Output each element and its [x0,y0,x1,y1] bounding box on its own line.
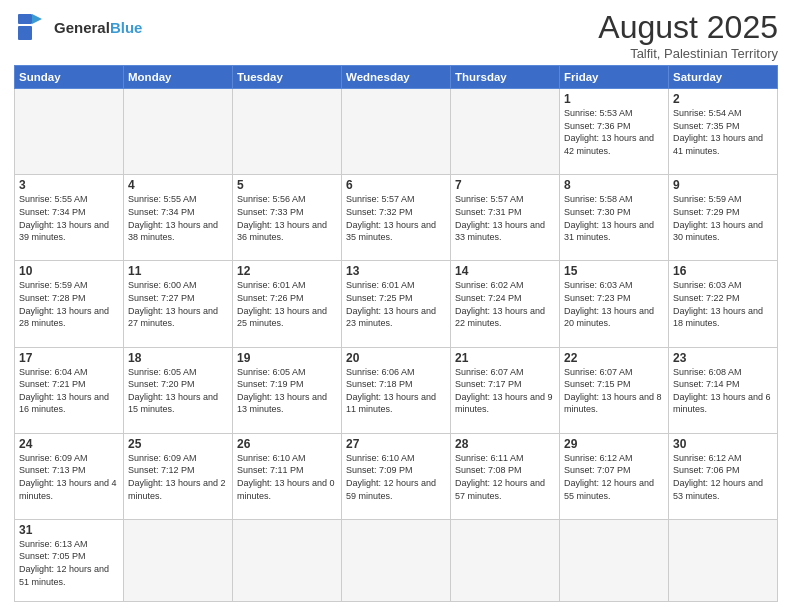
day-info: Sunrise: 5:59 AM Sunset: 7:28 PM Dayligh… [19,279,119,329]
day-number: 11 [128,264,228,278]
day-number: 24 [19,437,119,451]
col-friday: Friday [560,66,669,89]
title-block: August 2025 Talfit, Palestinian Territor… [598,10,778,61]
day-info: Sunrise: 6:07 AM Sunset: 7:17 PM Dayligh… [455,366,555,416]
day-info: Sunrise: 6:03 AM Sunset: 7:23 PM Dayligh… [564,279,664,329]
calendar-day-cell [342,519,451,601]
calendar-day-cell: 19Sunrise: 6:05 AM Sunset: 7:19 PM Dayli… [233,347,342,433]
day-info: Sunrise: 6:09 AM Sunset: 7:12 PM Dayligh… [128,452,228,502]
day-number: 15 [564,264,664,278]
calendar-day-cell [451,519,560,601]
day-number: 10 [19,264,119,278]
day-info: Sunrise: 5:58 AM Sunset: 7:30 PM Dayligh… [564,193,664,243]
calendar-day-cell [233,89,342,175]
col-monday: Monday [124,66,233,89]
day-number: 31 [19,523,119,537]
day-number: 12 [237,264,337,278]
day-info: Sunrise: 6:05 AM Sunset: 7:19 PM Dayligh… [237,366,337,416]
calendar-day-cell: 10Sunrise: 5:59 AM Sunset: 7:28 PM Dayli… [15,261,124,347]
calendar-day-cell: 28Sunrise: 6:11 AM Sunset: 7:08 PM Dayli… [451,433,560,519]
svg-rect-2 [18,14,32,24]
day-number: 28 [455,437,555,451]
calendar-header-row: Sunday Monday Tuesday Wednesday Thursday… [15,66,778,89]
calendar-day-cell: 18Sunrise: 6:05 AM Sunset: 7:20 PM Dayli… [124,347,233,433]
general-blue-logo-icon [14,10,50,46]
day-number: 2 [673,92,773,106]
calendar-day-cell: 7Sunrise: 5:57 AM Sunset: 7:31 PM Daylig… [451,175,560,261]
header: GeneralBlue August 2025 Talfit, Palestin… [14,10,778,61]
day-number: 14 [455,264,555,278]
calendar-day-cell: 30Sunrise: 6:12 AM Sunset: 7:06 PM Dayli… [669,433,778,519]
calendar-week-row: 10Sunrise: 5:59 AM Sunset: 7:28 PM Dayli… [15,261,778,347]
calendar-day-cell: 23Sunrise: 6:08 AM Sunset: 7:14 PM Dayli… [669,347,778,433]
col-tuesday: Tuesday [233,66,342,89]
day-info: Sunrise: 5:53 AM Sunset: 7:36 PM Dayligh… [564,107,664,157]
calendar-day-cell [15,89,124,175]
day-info: Sunrise: 6:07 AM Sunset: 7:15 PM Dayligh… [564,366,664,416]
calendar-day-cell [560,519,669,601]
day-number: 17 [19,351,119,365]
logo-text: GeneralBlue [54,19,142,37]
calendar-day-cell [669,519,778,601]
calendar-day-cell: 6Sunrise: 5:57 AM Sunset: 7:32 PM Daylig… [342,175,451,261]
calendar-day-cell [124,89,233,175]
svg-rect-4 [18,26,32,40]
col-thursday: Thursday [451,66,560,89]
day-info: Sunrise: 6:10 AM Sunset: 7:11 PM Dayligh… [237,452,337,502]
calendar-table: Sunday Monday Tuesday Wednesday Thursday… [14,65,778,602]
calendar-day-cell: 20Sunrise: 6:06 AM Sunset: 7:18 PM Dayli… [342,347,451,433]
day-info: Sunrise: 6:02 AM Sunset: 7:24 PM Dayligh… [455,279,555,329]
day-info: Sunrise: 6:12 AM Sunset: 7:06 PM Dayligh… [673,452,773,502]
calendar-day-cell: 3Sunrise: 5:55 AM Sunset: 7:34 PM Daylig… [15,175,124,261]
day-info: Sunrise: 6:06 AM Sunset: 7:18 PM Dayligh… [346,366,446,416]
col-wednesday: Wednesday [342,66,451,89]
calendar-day-cell [233,519,342,601]
day-info: Sunrise: 6:03 AM Sunset: 7:22 PM Dayligh… [673,279,773,329]
calendar-title: August 2025 [598,10,778,45]
day-number: 23 [673,351,773,365]
day-number: 18 [128,351,228,365]
calendar-day-cell: 13Sunrise: 6:01 AM Sunset: 7:25 PM Dayli… [342,261,451,347]
calendar-day-cell: 22Sunrise: 6:07 AM Sunset: 7:15 PM Dayli… [560,347,669,433]
day-number: 16 [673,264,773,278]
calendar-day-cell: 16Sunrise: 6:03 AM Sunset: 7:22 PM Dayli… [669,261,778,347]
day-info: Sunrise: 5:54 AM Sunset: 7:35 PM Dayligh… [673,107,773,157]
day-number: 30 [673,437,773,451]
calendar-day-cell: 1Sunrise: 5:53 AM Sunset: 7:36 PM Daylig… [560,89,669,175]
day-number: 29 [564,437,664,451]
day-info: Sunrise: 5:56 AM Sunset: 7:33 PM Dayligh… [237,193,337,243]
day-info: Sunrise: 5:55 AM Sunset: 7:34 PM Dayligh… [19,193,119,243]
calendar-week-row: 1Sunrise: 5:53 AM Sunset: 7:36 PM Daylig… [15,89,778,175]
day-number: 4 [128,178,228,192]
day-number: 8 [564,178,664,192]
calendar-week-row: 3Sunrise: 5:55 AM Sunset: 7:34 PM Daylig… [15,175,778,261]
day-number: 9 [673,178,773,192]
calendar-subtitle: Talfit, Palestinian Territory [598,46,778,61]
day-number: 1 [564,92,664,106]
logo-general: General [54,19,110,36]
calendar-day-cell: 29Sunrise: 6:12 AM Sunset: 7:07 PM Dayli… [560,433,669,519]
day-info: Sunrise: 5:57 AM Sunset: 7:32 PM Dayligh… [346,193,446,243]
calendar-day-cell: 26Sunrise: 6:10 AM Sunset: 7:11 PM Dayli… [233,433,342,519]
calendar-day-cell: 27Sunrise: 6:10 AM Sunset: 7:09 PM Dayli… [342,433,451,519]
day-number: 7 [455,178,555,192]
day-number: 19 [237,351,337,365]
calendar-day-cell: 17Sunrise: 6:04 AM Sunset: 7:21 PM Dayli… [15,347,124,433]
calendar-day-cell [451,89,560,175]
day-number: 3 [19,178,119,192]
calendar-day-cell: 2Sunrise: 5:54 AM Sunset: 7:35 PM Daylig… [669,89,778,175]
calendar-day-cell: 24Sunrise: 6:09 AM Sunset: 7:13 PM Dayli… [15,433,124,519]
day-number: 6 [346,178,446,192]
page: GeneralBlue August 2025 Talfit, Palestin… [0,0,792,612]
day-info: Sunrise: 6:10 AM Sunset: 7:09 PM Dayligh… [346,452,446,502]
day-number: 20 [346,351,446,365]
calendar-day-cell: 4Sunrise: 5:55 AM Sunset: 7:34 PM Daylig… [124,175,233,261]
day-info: Sunrise: 6:00 AM Sunset: 7:27 PM Dayligh… [128,279,228,329]
calendar-day-cell: 8Sunrise: 5:58 AM Sunset: 7:30 PM Daylig… [560,175,669,261]
calendar-day-cell: 21Sunrise: 6:07 AM Sunset: 7:17 PM Dayli… [451,347,560,433]
col-saturday: Saturday [669,66,778,89]
calendar-day-cell: 11Sunrise: 6:00 AM Sunset: 7:27 PM Dayli… [124,261,233,347]
day-info: Sunrise: 5:57 AM Sunset: 7:31 PM Dayligh… [455,193,555,243]
calendar-day-cell: 9Sunrise: 5:59 AM Sunset: 7:29 PM Daylig… [669,175,778,261]
calendar-day-cell: 15Sunrise: 6:03 AM Sunset: 7:23 PM Dayli… [560,261,669,347]
